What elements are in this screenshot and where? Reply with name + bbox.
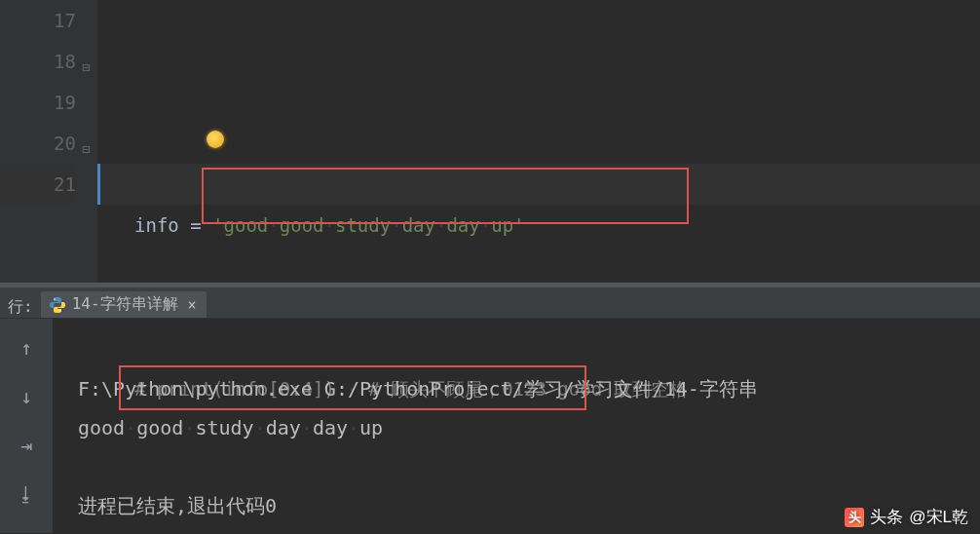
run-console: ↑ ↓ ⇥ ⭳ F:\Python\python.exe G:/PythonPr… [0, 319, 980, 533]
intention-bulb-icon[interactable] [207, 131, 224, 148]
caret-gutter-marker [97, 164, 100, 205]
watermark-author: @宋L乾 [909, 506, 968, 528]
toutiao-logo-icon: 头 [845, 508, 864, 527]
code-line[interactable]: info = 'good·good·study·day·day·up' [97, 205, 980, 246]
output-line: F:\Python\python.exe G:/PythonProject/学习… [78, 377, 758, 400]
current-line-highlight [97, 164, 980, 205]
line-number-gutter: 17 18 19 20 21 ⊟ ⊟ [0, 0, 97, 283]
scroll-down-icon[interactable]: ↓ [20, 385, 32, 408]
output-line: good·good·study·day·day·up [78, 416, 383, 439]
watermark-brand: 头条 [870, 506, 903, 528]
console-toolbar: ↑ ↓ ⇥ ⭳ [0, 319, 53, 533]
python-file-icon [49, 296, 66, 314]
fold-column: ⊟ ⊟ [82, 0, 95, 283]
line-number: 21 [0, 164, 76, 205]
line-number: 18 [0, 41, 76, 82]
output-line: 进程已结束,退出代码0 [78, 494, 277, 517]
run-side-label: 行: [6, 293, 41, 318]
operator: = [179, 214, 212, 236]
svg-point-0 [54, 298, 56, 300]
line-number: 20 [0, 123, 76, 164]
fold-marker-icon[interactable]: ⊟ [82, 47, 90, 88]
fold-marker-icon[interactable]: ⊟ [82, 129, 90, 170]
line-number: 19 [0, 82, 76, 123]
soft-wrap-icon[interactable]: ⇥ [20, 434, 32, 457]
code-editor[interactable]: 17 18 19 20 21 ⊟ ⊟ info = 'good·good·stu… [0, 0, 980, 283]
scroll-to-end-icon[interactable]: ⭳ [17, 482, 36, 506]
console-output[interactable]: F:\Python\python.exe G:/PythonProject/学习… [53, 319, 980, 533]
string-literal: 'good·good·study·day·day·up' [212, 214, 524, 236]
scroll-up-icon[interactable]: ↑ [20, 336, 32, 360]
code-content[interactable]: info = 'good·good·study·day·day·up' # pr… [97, 0, 980, 283]
svg-point-1 [59, 310, 61, 312]
variable-name: info [134, 214, 179, 236]
line-number: 17 [0, 0, 76, 41]
watermark: 头 头条 @宋L乾 [845, 506, 968, 528]
